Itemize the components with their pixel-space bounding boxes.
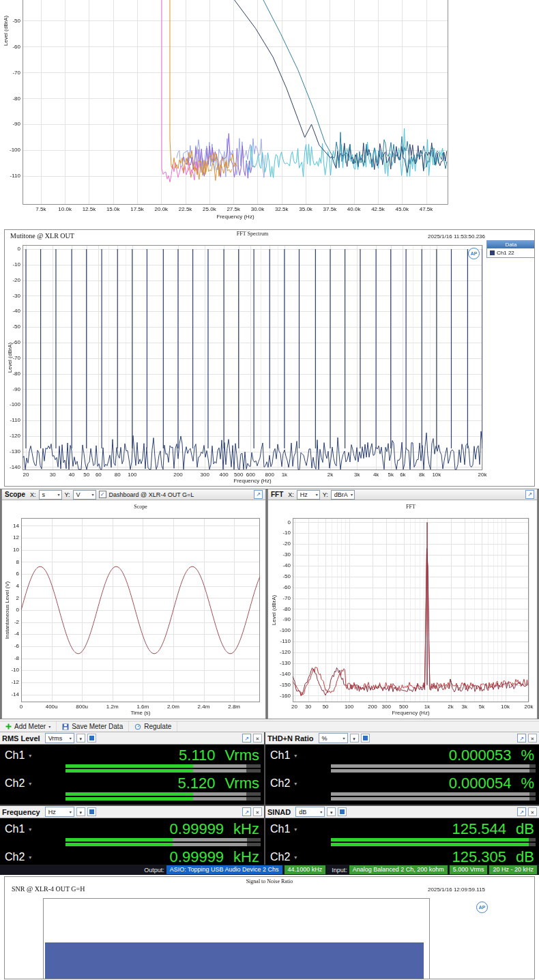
- chevron-down-icon: ▾: [294, 753, 297, 759]
- fft-x-unit-dropdown[interactable]: Hz ▾: [297, 490, 320, 500]
- chevron-down-icon: ▾: [58, 492, 60, 497]
- input-device-status[interactable]: Analog Balanced 2 Ch, 200 kohm: [349, 865, 448, 874]
- rolloff-chart-canvas[interactable]: [0, 0, 539, 228]
- regulate-button[interactable]: Regulate: [129, 721, 177, 732]
- popout-icon[interactable]: ↗: [517, 807, 526, 816]
- chevron-down-icon: ▾: [294, 781, 297, 787]
- chevron-down-icon: ▾: [29, 781, 31, 787]
- apx500-screen: Mutitone @ XLR OUT 2025/1/16 11:53:50.23…: [0, 0, 539, 980]
- scope-x-unit-dropdown[interactable]: s ▾: [39, 490, 62, 500]
- channel-selector[interactable]: Ch2▾: [270, 777, 297, 790]
- save-meter-data-button[interactable]: Save Meter Data: [57, 721, 129, 732]
- meter-unit: dB: [516, 820, 534, 837]
- rolloff-chart-panel: [0, 0, 539, 228]
- legend-box: Data Ch1 22: [486, 240, 535, 258]
- bandwidth-status[interactable]: 20 Hz - 20 kHz: [489, 865, 537, 874]
- output-device-status[interactable]: ASIO: Topping USB Audio Device 2 Chs: [166, 865, 282, 874]
- unit-dropdown[interactable]: dB▾: [295, 807, 325, 817]
- scope-chart-canvas[interactable]: [2, 500, 265, 719]
- close-icon[interactable]: ✕: [528, 807, 537, 816]
- chevron-down-icon: ▾: [29, 854, 31, 861]
- popout-icon[interactable]: ↗: [242, 807, 251, 816]
- meter-reading: 5.120Vrms: [177, 775, 259, 792]
- save-meter-data-label: Save Meter Data: [72, 723, 123, 730]
- add-meter-button[interactable]: Add Meter ▾: [0, 721, 57, 732]
- scope-y-unit-dropdown[interactable]: V ▾: [73, 490, 96, 500]
- x-axis-dropdown-label: X:: [30, 491, 36, 498]
- plus-icon: [5, 723, 12, 730]
- chevron-down-icon: ▾: [29, 826, 31, 833]
- meter-settings-icon[interactable]: [361, 734, 370, 743]
- fft-panel-title: FFT: [271, 491, 283, 498]
- unit-dropdown[interactable]: %▾: [319, 733, 348, 743]
- chevron-down-icon: ▾: [320, 809, 322, 814]
- popout-icon[interactable]: ↗: [525, 490, 534, 499]
- fft-chart-canvas[interactable]: [268, 500, 537, 719]
- fft-panel-header: FFT X: Hz ▾ Y: dBrA ▾ ↗: [268, 489, 537, 500]
- popout-icon[interactable]: ↗: [517, 734, 526, 743]
- chevron-down-icon: ▾: [343, 736, 345, 740]
- input-range-status[interactable]: 5.000 Vrms: [450, 865, 488, 874]
- meter-header: THD+N Ratio %▾ ▾ ↗ ✕: [265, 732, 539, 745]
- level-bar: [65, 764, 261, 773]
- meter-header: Frequency Hz▾ ▾ ↗ ✕: [0, 806, 264, 818]
- meter-value: 125.544: [452, 820, 507, 837]
- channel-selector[interactable]: Ch2▾: [270, 851, 297, 863]
- meter-reading: 125.544dB: [452, 820, 534, 838]
- popout-icon[interactable]: ↗: [242, 734, 251, 743]
- meter-menu-icon[interactable]: ▾: [76, 807, 85, 816]
- meter-body: Ch1▾ 125.544dB Ch2▾ 125.305dB: [265, 818, 539, 865]
- meter-settings-icon[interactable]: [87, 734, 96, 743]
- level-bar: [331, 838, 536, 847]
- meter-panel-frequency: Frequency Hz▾ ▾ ↗ ✕ Ch1▾ 0.99999kHz Ch2▾: [0, 806, 264, 865]
- scope-panel: Scope X: s ▾ Y: V ▾ ✓ Dashboard @ XLR-4 …: [1, 489, 266, 719]
- meter-menu-icon[interactable]: ▾: [350, 734, 359, 743]
- channel-selector[interactable]: Ch1▾: [270, 749, 297, 762]
- meter-title: THD+N Ratio: [267, 734, 314, 743]
- dashboard-section: Scope X: s ▾ Y: V ▾ ✓ Dashboard @ XLR-4 …: [0, 489, 539, 719]
- measurement-label: Mutitone @ XLR OUT: [10, 232, 74, 240]
- close-icon[interactable]: ✕: [253, 807, 262, 816]
- meter-settings-icon[interactable]: [338, 807, 347, 816]
- close-icon[interactable]: ✕: [528, 734, 537, 743]
- multitone-fft-panel: Mutitone @ XLR OUT 2025/1/16 11:53:50.23…: [4, 229, 535, 487]
- regulate-label: Regulate: [144, 723, 171, 730]
- input-label: Input:: [332, 867, 347, 874]
- chevron-down-icon: ▾: [48, 724, 50, 729]
- legend-item[interactable]: Ch1 22: [487, 248, 535, 257]
- multitone-chart-canvas[interactable]: [5, 230, 534, 486]
- meter-menu-icon[interactable]: ▾: [76, 734, 85, 743]
- meter-panel-rms-level: RMS Level Vrms▾ ▾ ↗ ✕ Ch1▾ 5.110Vrms Ch2: [0, 732, 264, 805]
- channel-row: Ch1▾ 0.99999kHz: [0, 820, 264, 838]
- meter-unit: %: [521, 747, 534, 764]
- meter-menu-icon[interactable]: ▾: [327, 807, 336, 816]
- dashboard-checkbox-label: Dashboard @ XLR-4 OUT G=L: [109, 491, 194, 498]
- popout-icon[interactable]: ↗: [254, 490, 263, 499]
- channel-row: Ch2▾ 0.000054%: [265, 775, 539, 792]
- channel-label: Ch1: [270, 749, 290, 762]
- channel-selector[interactable]: Ch1▾: [270, 823, 297, 835]
- snr-panel: SNR @ XLR-4 OUT G=H 2025/1/16 12:09:59.1…: [4, 876, 535, 979]
- meter-panel-sinad: SINAD dB▾ ▾ ↗ ✕ Ch1▾ 125.544dB Ch2▾: [265, 806, 539, 865]
- unit-dropdown[interactable]: Hz▾: [45, 807, 74, 817]
- unit-value: Vrms: [48, 735, 63, 742]
- unit-dropdown[interactable]: Vrms▾: [45, 733, 74, 743]
- sample-rate-status[interactable]: 44.1000 kHz: [285, 865, 326, 874]
- channel-selector[interactable]: Ch1▾: [5, 823, 31, 835]
- unit-value: %: [322, 735, 327, 742]
- close-icon[interactable]: ✕: [253, 734, 262, 743]
- level-bar: [331, 764, 536, 773]
- channel-selector[interactable]: Ch2▾: [5, 851, 31, 863]
- unit-value: Hz: [48, 809, 56, 816]
- meter-value: 0.99999: [170, 820, 224, 837]
- channel-label: Ch1: [5, 823, 25, 835]
- dashboard-checkbox[interactable]: ✓: [99, 491, 106, 498]
- meter-settings-icon[interactable]: [87, 807, 96, 816]
- ap-logo: AP: [468, 248, 480, 259]
- fft-y-unit-dropdown[interactable]: dBrA ▾: [331, 490, 355, 500]
- channel-selector[interactable]: Ch2▾: [5, 777, 31, 790]
- scope-y-unit-value: V: [76, 491, 81, 498]
- meter-body: Ch1▾ 0.000053% Ch2▾ 0.000054%: [265, 745, 539, 805]
- chevron-down-icon: ▾: [316, 492, 318, 497]
- channel-selector[interactable]: Ch1▾: [5, 749, 31, 762]
